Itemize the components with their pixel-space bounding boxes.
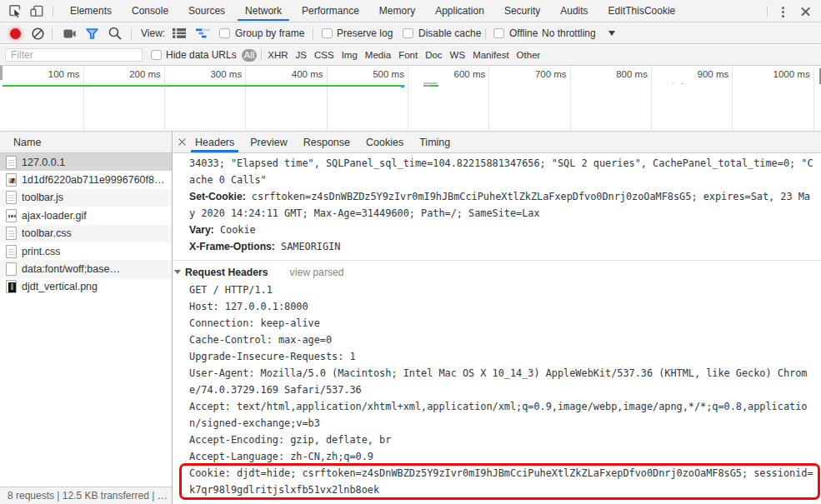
overview-tick-label: 700 ms (535, 69, 567, 79)
filter-input[interactable] (5, 48, 143, 62)
request-headers-section[interactable]: Request Headersview parsed (174, 264, 344, 281)
type-filter-manifest[interactable]: Manifest (471, 49, 511, 62)
search-button[interactable] (108, 23, 122, 43)
tab-audits[interactable]: Audits (550, 0, 598, 22)
more-options-icon[interactable] (776, 5, 789, 18)
offline-label: Offline (509, 27, 538, 39)
tab-performance[interactable]: Performance (292, 0, 369, 22)
raw-request-line: Cookie: djdt=hide; csrftoken=z4sDnWBZDz5… (189, 465, 813, 482)
clear-button[interactable] (32, 23, 44, 43)
type-filter-ws[interactable]: WS (448, 49, 468, 62)
tab-network[interactable]: Network (235, 0, 292, 22)
show-overview-toggle[interactable] (196, 23, 211, 43)
overview-tick-label: 500 ms (373, 69, 404, 79)
request-row[interactable]: data:font/woff;base… (0, 260, 172, 277)
group-by-frame-label: Group by frame (235, 27, 304, 39)
type-filter-font[interactable]: Font (397, 49, 420, 62)
inspect-element-icon[interactable] (8, 4, 22, 17)
tab-elements[interactable]: Elements (60, 0, 122, 22)
request-row[interactable]: toolbar.js (0, 189, 172, 207)
tabbar-separator (53, 6, 53, 17)
details-tab-headers[interactable]: Headers (191, 132, 238, 152)
tab-application[interactable]: Application (425, 0, 494, 22)
type-filter-js[interactable]: JS (293, 49, 308, 62)
tab-editthiscookie[interactable]: EditThisCookie (598, 0, 686, 22)
group-by-frame-checkbox[interactable] (219, 23, 230, 43)
request-name: print.css (22, 246, 61, 257)
device-toolbar-icon[interactable] (30, 4, 43, 17)
overview-gridline (651, 66, 652, 131)
details-tab-cookies[interactable]: Cookies (362, 132, 408, 152)
preserve-log-label: Preserve log (337, 27, 393, 39)
request-row[interactable]: djdt_vertical.png (0, 278, 172, 296)
offline-checkbox-box (493, 28, 504, 39)
type-filter-css[interactable]: CSS (312, 49, 336, 62)
chevron-down-icon (608, 31, 615, 36)
overview-bar-gray-2 (423, 85, 430, 87)
record-button[interactable] (10, 23, 21, 43)
network-main: Name 127.0.0.11d1df6220ab711e9996760f8…t… (0, 132, 821, 504)
request-name: toolbar.css (22, 227, 72, 239)
view-parsed-link[interactable]: view parsed (290, 264, 344, 281)
type-filter-other[interactable]: Other (514, 49, 543, 62)
details-tab-timing[interactable]: Timing (415, 132, 454, 152)
overview-gridline (408, 66, 408, 131)
type-filter-img[interactable]: Img (339, 49, 359, 62)
type-filter-xhr[interactable]: XHR (266, 49, 290, 62)
request-row[interactable]: toolbar.css (0, 225, 172, 242)
request-row[interactable]: 1d1df6220ab711e9996760f8… (0, 171, 172, 188)
summary-bar: 8 requests | 12.5 KB transferred | … (0, 487, 172, 504)
file-imagedots-icon (6, 209, 17, 222)
tabbar-right (767, 0, 821, 22)
clear-icon (32, 27, 44, 40)
close-details-icon[interactable] (173, 132, 191, 152)
waterfall-icon (196, 28, 211, 38)
offline-checkbox[interactable] (493, 23, 504, 43)
tabbar-left-icons (8, 4, 43, 17)
file-imagedark-icon (6, 280, 17, 293)
name-column-header[interactable]: Name (0, 132, 172, 153)
throttling-dropdown-arrow[interactable] (608, 23, 615, 43)
overview-dot-2 (681, 83, 683, 85)
timeline-overview[interactable]: 100 ms200 ms300 ms400 ms500 ms600 ms700 … (0, 66, 821, 132)
close-devtools-icon[interactable] (799, 5, 813, 18)
overview-bar-green-2 (430, 85, 437, 87)
request-name: ajax-loader.gif (22, 210, 87, 222)
overview-tick-label: 600 ms (454, 69, 486, 79)
disable-cache-checkbox[interactable] (403, 23, 413, 43)
filter-toggle-button[interactable] (86, 23, 98, 43)
request-row[interactable]: ajax-loader.gif (0, 207, 172, 224)
request-row[interactable]: 127.0.0.1 (0, 153, 172, 171)
file-doc-icon (6, 191, 17, 204)
tab-sources[interactable]: Sources (178, 0, 235, 22)
preserve-log-checkbox[interactable] (322, 23, 333, 43)
hide-data-urls-checkbox[interactable] (151, 45, 162, 65)
large-rows-toggle[interactable] (173, 23, 186, 43)
details-tab-response[interactable]: Response (299, 132, 354, 152)
details-tab-preview[interactable]: Preview (246, 132, 291, 152)
capture-screenshots-button[interactable] (63, 23, 76, 43)
raw-request-line: User-Agent: Mozilla/5.0 (Macintosh; Inte… (189, 365, 807, 382)
raw-request-line: k7qr98l9gdlritjslxfb51vx2lnb8oek (189, 482, 379, 498)
raw-request-line: Connection: keep-alive (189, 315, 320, 332)
overview-gridline (327, 66, 328, 131)
request-headers-title: Request Headers (185, 264, 268, 281)
tab-security[interactable]: Security (494, 0, 550, 22)
details-tab-bar: HeadersPreviewResponseCookiesTiming (173, 132, 821, 153)
network-filter-bar: Hide data URLs AllXHRJSCSSImgMediaFontDo… (0, 45, 821, 66)
tab-memory[interactable]: Memory (369, 0, 425, 22)
request-name: djdt_vertical.png (22, 281, 98, 292)
devtools-window: ElementsConsoleSourcesNetworkPerformance… (0, 0, 821, 504)
type-filter-all[interactable]: All (242, 49, 257, 62)
file-doc-icon (6, 156, 17, 169)
tab-console[interactable]: Console (122, 0, 178, 22)
record-icon (10, 28, 21, 39)
disable-cache-checkbox-box (403, 28, 413, 39)
request-row[interactable]: print.css (0, 242, 172, 260)
throttling-dropdown[interactable]: No throttling (542, 23, 596, 43)
type-filter-media[interactable]: Media (363, 49, 393, 62)
type-filter-doc[interactable]: Doc (423, 49, 444, 62)
raw-request-line: GET / HTTP/1.1 (189, 282, 273, 298)
overview-gridline (245, 66, 246, 131)
hide-data-urls-label: Hide data URLs (166, 49, 237, 61)
